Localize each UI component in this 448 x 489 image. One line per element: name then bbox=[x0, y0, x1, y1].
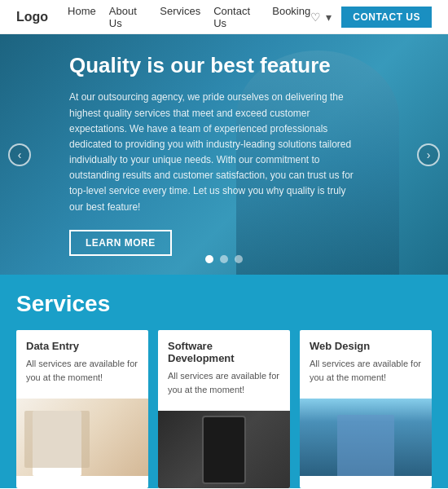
nav-contact[interactable]: Contact Us bbox=[213, 5, 259, 29]
service-image-data-entry bbox=[16, 399, 148, 476]
service-card-software: Software Development All services are av… bbox=[158, 330, 290, 488]
nav-icons: ♡ ▾ bbox=[310, 11, 332, 24]
services-grid: Data Entry All services are available fo… bbox=[16, 330, 432, 488]
service-image-webdesign bbox=[300, 399, 432, 476]
nav-about[interactable]: About Us bbox=[109, 5, 147, 29]
nav-services[interactable]: Services bbox=[160, 5, 200, 29]
chevron-down-icon[interactable]: ▾ bbox=[326, 11, 332, 24]
service-image-software bbox=[158, 411, 290, 488]
hero-dot-1[interactable] bbox=[205, 255, 213, 263]
hero-description: At our outsourcing agency, we pride ours… bbox=[69, 90, 362, 215]
heart-icon[interactable]: ♡ bbox=[310, 11, 321, 24]
hero-prev-arrow[interactable]: ‹ bbox=[8, 143, 31, 166]
service-card-content: Software Development All services are av… bbox=[158, 330, 290, 411]
service-text-data-entry: All services are available for you at th… bbox=[26, 357, 138, 384]
hero-section: ‹ Quality is our best feature At our out… bbox=[0, 34, 448, 275]
learn-more-button[interactable]: LEARN MORE bbox=[69, 230, 172, 256]
service-text-webdesign: All services are available for you at th… bbox=[310, 357, 422, 384]
service-card-content: Data Entry All services are available fo… bbox=[16, 330, 148, 399]
nav-booking[interactable]: Booking bbox=[272, 5, 310, 29]
contact-us-button[interactable]: CONTACT US bbox=[341, 7, 432, 28]
service-title-software: Software Development bbox=[168, 340, 280, 364]
service-title-webdesign: Web Design bbox=[310, 340, 422, 352]
service-card-content: Web Design All services are available fo… bbox=[300, 330, 432, 399]
service-card-data-entry: Data Entry All services are available fo… bbox=[16, 330, 148, 488]
hero-dot-2[interactable] bbox=[220, 255, 228, 263]
hero-content: Quality is our best feature At our outso… bbox=[37, 34, 411, 275]
hero-title: Quality is our best feature bbox=[69, 53, 362, 78]
service-card-webdesign: Web Design All services are available fo… bbox=[300, 330, 432, 488]
service-title-data-entry: Data Entry bbox=[26, 340, 138, 352]
nav-links: Home About Us Services Contact Us Bookin… bbox=[68, 5, 310, 29]
hero-dots bbox=[205, 255, 243, 263]
service-text-software: All services are available for you at th… bbox=[168, 369, 280, 396]
hero-dot-3[interactable] bbox=[235, 255, 243, 263]
services-title: Services bbox=[16, 291, 432, 317]
nav-home[interactable]: Home bbox=[68, 5, 96, 29]
hero-next-arrow[interactable]: › bbox=[417, 143, 440, 166]
navbar: Logo Home About Us Services Contact Us B… bbox=[0, 0, 448, 34]
logo: Logo bbox=[16, 10, 48, 24]
services-section: Services Data Entry All services are ava… bbox=[0, 275, 448, 488]
